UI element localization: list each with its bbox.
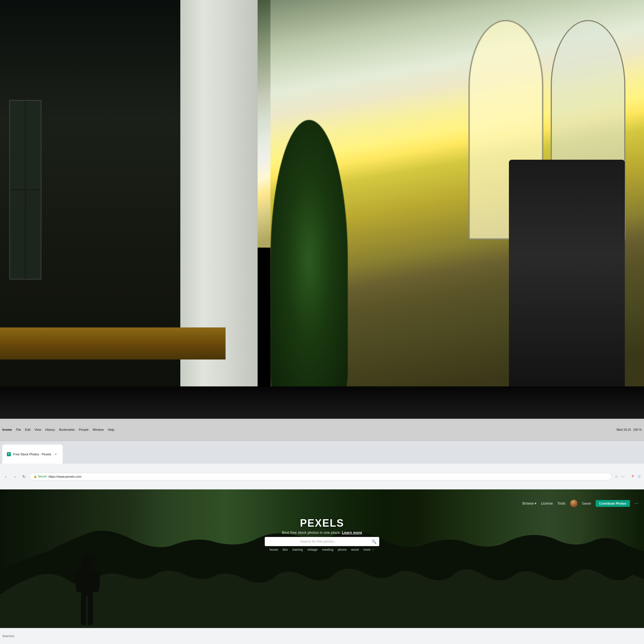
dark-wall-left [0, 0, 180, 309]
window-left [9, 100, 42, 280]
photo-background [0, 0, 309, 309]
pillar [180, 0, 258, 309]
